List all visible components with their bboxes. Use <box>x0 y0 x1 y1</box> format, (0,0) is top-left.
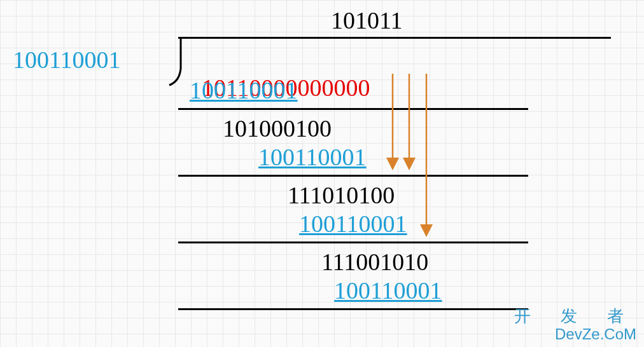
brand-en: DevZe.CoM <box>555 325 636 343</box>
brand-cn: 开 发 者 <box>514 305 636 327</box>
bring-down-arrows <box>0 0 644 347</box>
